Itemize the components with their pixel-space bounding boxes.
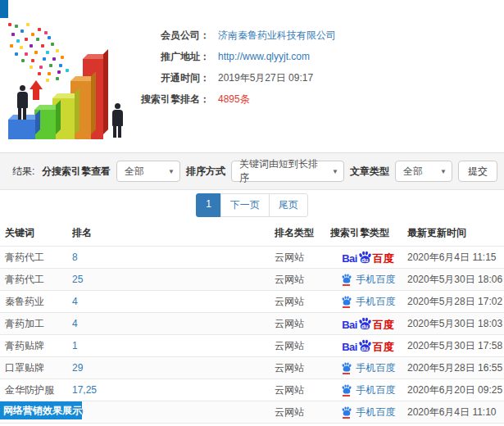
- member-company-link[interactable]: 济南秦鲁药业科技有限公司: [218, 29, 336, 41]
- promo-url-label: 推广地址：: [138, 51, 210, 62]
- engine-filter-value: 全部: [125, 165, 144, 179]
- mobile-baidu-paw-icon: [341, 274, 352, 286]
- member-company-row: 会员公司：济南秦鲁药业科技有限公司: [138, 29, 336, 41]
- article-type-select[interactable]: 全部 ▼: [395, 161, 452, 182]
- open-time-value: 2019年5月27日 09:17: [218, 72, 313, 84]
- member-company-label: 会员公司：: [138, 29, 210, 41]
- ranking-count-label: 搜索引擎排名：: [138, 93, 210, 105]
- mobile-baidu-paw-icon: [341, 362, 352, 374]
- engine-cell: Baidu百度: [330, 317, 406, 330]
- info-section: 会员公司：济南秦鲁药业科技有限公司 推广地址：http://www.qlyyjt…: [0, 18, 504, 152]
- rank-type-cell: 云网站: [275, 251, 330, 265]
- table-row: 膏药代工 25 云网站 手机百度 2020年5月30日 18:06: [0, 268, 504, 290]
- mobile-baidu-badge: 手机百度: [341, 383, 396, 397]
- rank-type-cell: 云网站: [275, 406, 330, 419]
- mobile-baidu-paw-icon: [341, 384, 352, 397]
- keyword-cell: 膏药代工: [0, 273, 72, 287]
- rank-link[interactable]: 29: [72, 362, 83, 374]
- ranking-count-value: 4895条: [218, 93, 250, 105]
- title-bar-accent: [0, 0, 8, 18]
- next-page-button[interactable]: 下一页: [220, 193, 270, 217]
- filter-bar: 结果: 分搜索引擎查看 全部 ▼ 排序方式 关键词由短到长排序 ▼ 文章类型 全…: [0, 152, 504, 190]
- rank-link[interactable]: 4: [72, 296, 78, 307]
- article-type-label: 文章类型: [350, 165, 389, 179]
- col-rank-type: 排名类型: [275, 226, 330, 240]
- rank-link[interactable]: 25: [72, 274, 83, 285]
- title-bar: 网络营销效果展示: [0, 0, 504, 18]
- baidu-paw-icon: du: [358, 251, 372, 264]
- mobile-baidu-badge: 手机百度: [341, 273, 396, 287]
- businessman-right-icon: [111, 103, 123, 138]
- mobile-baidu-badge: 手机百度: [341, 361, 396, 375]
- confetti-dots-icon: [8, 23, 11, 26]
- pagination: 1 下一页 尾页: [196, 193, 308, 217]
- keyword-cell: 膏药代工: [0, 251, 72, 265]
- rank-type-cell: 云网站: [275, 317, 330, 331]
- table-header: 关键词 排名 排名类型 搜索引擎类型 最新更新时间: [0, 220, 504, 246]
- open-time-label: 开通时间：: [138, 72, 210, 84]
- rank-type-cell: 云网站: [275, 273, 330, 287]
- updated-cell: 2020年5月30日 17:58: [406, 339, 504, 353]
- keyword-cell: 金华防护服: [0, 383, 72, 397]
- table-row: 秦鲁药业 4 云网站 手机百度 2020年5月28日 17:02: [0, 290, 504, 312]
- updated-cell: 2020年5月30日 18:03: [406, 317, 504, 331]
- keyword-cell: 膏药加工: [0, 317, 72, 331]
- baidu-logo: Baidu百度: [342, 339, 394, 352]
- businessman-left-icon: [16, 85, 28, 120]
- submit-button[interactable]: 提交: [458, 161, 497, 182]
- filters-group: 分搜索引擎查看 全部 ▼ 排序方式 关键词由短到长排序 ▼ 文章类型 全部 ▼ …: [42, 161, 497, 182]
- rank-type-cell: 云网站: [275, 361, 330, 375]
- updated-cell: 2020年5月28日 17:02: [406, 295, 504, 309]
- page-1-button[interactable]: 1: [196, 193, 221, 217]
- member-info-list: 会员公司：济南秦鲁药业科技有限公司 推广地址：http://www.qlyyjt…: [138, 29, 336, 115]
- updated-cell: 2020年5月30日 18:06: [406, 273, 504, 287]
- rank-link[interactable]: 1: [72, 340, 78, 351]
- bar-chart-illustration-icon: [5, 21, 138, 146]
- engine-cell: 手机百度: [330, 295, 406, 309]
- chevron-down-icon: ▼: [440, 168, 447, 175]
- mobile-baidu-badge: 手机百度: [341, 295, 396, 309]
- sort-filter-value: 关键词由短到长排序: [239, 157, 325, 185]
- col-keyword: 关键词: [0, 226, 72, 240]
- results-label: 结果:: [12, 165, 34, 179]
- table-row: 膏药加工 4 云网站 Baidu百度 2020年5月30日 18:03: [0, 312, 504, 334]
- article-type-value: 全部: [403, 165, 423, 179]
- mobile-baidu-paw-icon: [341, 296, 352, 308]
- col-engine-type: 搜索引擎类型: [330, 226, 406, 240]
- rank-type-cell: 云网站: [275, 339, 330, 353]
- engine-cell: 手机百度: [330, 273, 406, 287]
- keyword-cell: 秦鲁药业: [0, 295, 72, 309]
- keyword-cell: 口罩贴牌: [0, 361, 72, 375]
- updated-cell: 2020年6月4日 11:15: [406, 251, 504, 265]
- promo-url-row: 推广地址：http://www.qlyyjt.com: [138, 51, 336, 62]
- up-arrow-icon: [30, 80, 43, 100]
- keyword-cell: 膏药贴牌: [0, 339, 72, 353]
- rank-type-cell: 云网站: [275, 295, 330, 309]
- engine-cell: 手机百度: [330, 361, 406, 375]
- sort-filter-select[interactable]: 关键词由短到长排序 ▼: [231, 161, 344, 182]
- baidu-paw-icon: du: [358, 339, 372, 352]
- table-row-partial: [0, 423, 504, 426]
- engine-cell: Baidu百度: [330, 339, 406, 352]
- updated-cell: 2020年6月4日 11:10: [406, 406, 504, 419]
- col-rank: 排名: [72, 226, 275, 240]
- engine-cell: 手机百度: [330, 383, 406, 397]
- last-page-button[interactable]: 尾页: [269, 193, 308, 217]
- mobile-baidu-paw-icon: [341, 406, 352, 419]
- engine-filter-label: 分搜索引擎查看: [42, 165, 111, 179]
- rank-link[interactable]: 4: [72, 318, 78, 329]
- blue-bar-icon: [8, 120, 35, 139]
- sort-filter-label: 排序方式: [186, 165, 225, 179]
- chevron-down-icon: ▼: [168, 168, 175, 175]
- table-row: 口罩贴牌 29 云网站 手机百度 2020年5月28日 16:55: [0, 356, 504, 378]
- rank-link[interactable]: 8: [72, 252, 78, 263]
- baidu-paw-icon: du: [358, 317, 372, 330]
- open-time-row: 开通时间：2019年5月27日 09:17: [138, 72, 336, 84]
- engine-filter-select[interactable]: 全部 ▼: [116, 161, 180, 182]
- ranking-count-row: 搜索引擎排名：4895条: [138, 93, 336, 105]
- promo-url-link[interactable]: http://www.qlyyjt.com: [218, 51, 310, 62]
- mobile-baidu-badge: 手机百度: [341, 406, 396, 419]
- updated-cell: 2020年5月28日 16:55: [406, 361, 504, 375]
- table-row: 膏药贴牌 1 云网站 Baidu百度 2020年5月30日 17:58: [0, 334, 504, 356]
- engine-cell: Baidu百度: [330, 251, 406, 264]
